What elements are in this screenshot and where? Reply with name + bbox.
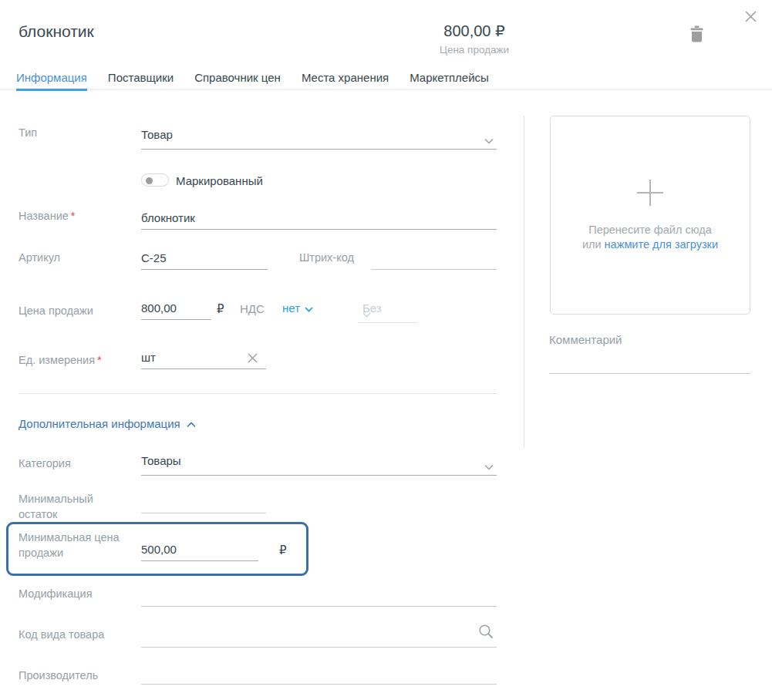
min-price-highlight: Минимальная цена продажи ₽ (6, 522, 308, 576)
marked-toggle[interactable] (141, 173, 169, 187)
article-label: Артикул (19, 250, 60, 265)
tab-information[interactable]: Информация (16, 71, 87, 89)
required-asterisk: * (71, 210, 76, 222)
min-stock-input[interactable] (141, 495, 266, 513)
vat-label: НДС (240, 301, 265, 317)
category-label: Категория (19, 456, 71, 471)
chevron-up-icon (187, 417, 196, 430)
article-input[interactable] (141, 251, 268, 270)
marked-label: Маркированный (176, 173, 263, 189)
unit-label: Ед. измерения* (19, 352, 102, 368)
category-select[interactable]: Товары (141, 454, 497, 476)
product-kind-code-search-button[interactable] (478, 624, 494, 642)
section-divider (19, 393, 497, 394)
chevron-down-icon (484, 459, 494, 473)
close-icon (744, 14, 757, 25)
ruble-sign: ₽ (217, 301, 224, 317)
ruble-sign: ₽ (495, 22, 505, 40)
tab-price-directory[interactable]: Справочник цен (194, 71, 281, 89)
file-dropzone[interactable]: Перенесите файл сюда или нажмите для заг… (550, 116, 750, 315)
product-kind-code-input[interactable] (141, 629, 497, 648)
vat-select[interactable]: нет (282, 301, 313, 315)
min-price-label: Минимальная цена продажи (19, 530, 126, 560)
sale-price-input[interactable] (141, 301, 211, 320)
column-divider (524, 116, 524, 448)
modification-label: Модификация (19, 586, 93, 601)
dropzone-hint: Перенесите файл сюда (588, 223, 712, 237)
unit-clear-button[interactable] (247, 352, 258, 366)
plus-icon (635, 178, 665, 210)
tabbar-border (0, 89, 772, 90)
trash-icon (690, 33, 703, 45)
min-stock-label: Минимальный остаток (19, 491, 119, 522)
ruble-sign: ₽ (279, 543, 287, 558)
search-icon (478, 631, 494, 642)
product-kind-code-label: Код вида товара (19, 627, 104, 642)
manufacturer-label: Производитель (19, 668, 98, 683)
tab-marketplaces[interactable]: Маркетплейсы (410, 71, 489, 89)
sale-price-value: 800,00 ₽ (378, 22, 571, 40)
vat-rate-select-disabled: Без (358, 301, 417, 323)
chevron-down-icon (305, 301, 313, 315)
product-dialog: { "header": { "title": "блокнотик", "pri… (0, 0, 772, 700)
page-title: блокнотик (19, 22, 94, 41)
tab-suppliers[interactable]: Поставщики (108, 71, 174, 89)
tab-bar: Информация Поставщики Справочник цен Мес… (16, 71, 489, 89)
toggle-knob (146, 177, 153, 184)
close-button[interactable] (744, 10, 757, 25)
comment-label: Комментарий (549, 332, 622, 348)
sale-price-summary: 800,00 ₽ Цена продажи (378, 22, 571, 56)
chevron-down-icon (484, 133, 494, 146)
required-asterisk: * (97, 354, 102, 366)
manufacturer-input[interactable] (141, 666, 497, 685)
sale-price-caption: Цена продажи (378, 44, 571, 56)
barcode-label: Штрих-код (299, 250, 354, 265)
type-label: Тип (19, 125, 37, 140)
name-label: Название* (19, 208, 75, 224)
sale-price-label: Цена продажи (19, 303, 93, 318)
comment-input[interactable] (549, 355, 750, 374)
modification-input[interactable] (141, 588, 497, 607)
dropzone-hint-line2: или нажмите для загрузки (582, 237, 718, 252)
chevron-down-icon (362, 307, 413, 320)
additional-info-toggle[interactable]: Дополнительная информация (19, 417, 196, 430)
clear-icon (247, 355, 258, 366)
tab-storage-places[interactable]: Места хранения (302, 71, 389, 89)
name-input[interactable] (141, 211, 497, 230)
barcode-input[interactable] (371, 251, 497, 270)
delete-button[interactable] (690, 25, 703, 45)
type-select[interactable]: Товар (141, 128, 497, 150)
min-price-input[interactable] (141, 543, 258, 561)
upload-link[interactable]: нажмите для загрузки (605, 238, 718, 251)
